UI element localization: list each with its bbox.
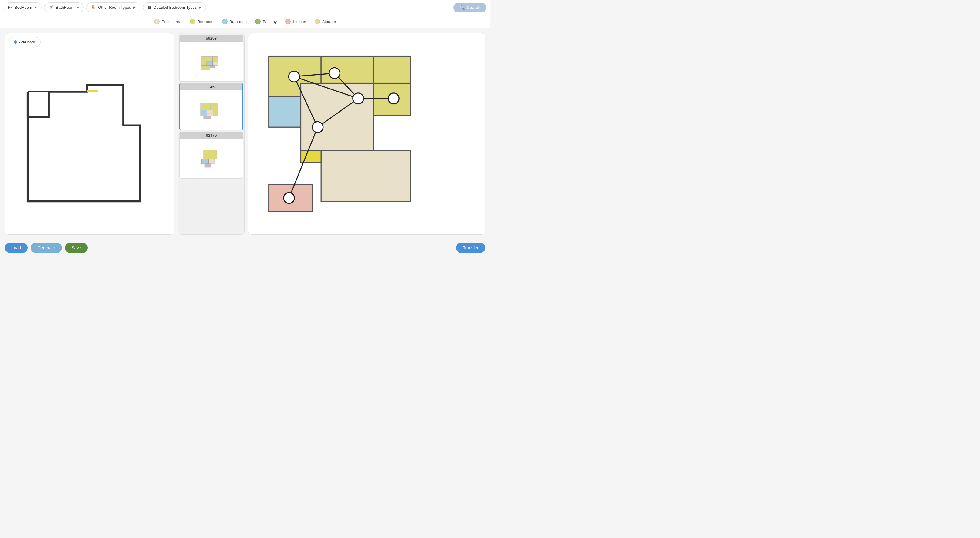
- chevron-right-icon: ▶: [35, 6, 37, 9]
- bedroom-label: BedRoom: [14, 5, 32, 10]
- kitchen-dot: [285, 19, 291, 24]
- legend-bar: Public area Bedroom Bathroom Balcony Kit…: [0, 15, 490, 28]
- room-icon: 🪑: [91, 5, 95, 10]
- svg-rect-16: [205, 164, 211, 167]
- bottom-bar: Load Generate Save Transfer: [0, 240, 490, 256]
- bedroom-dropdown[interactable]: 🛏 BedRoom ▶: [4, 2, 41, 13]
- legend-storage: Storage: [315, 19, 336, 24]
- thumbnail-list: 56293 145: [178, 33, 245, 235]
- svg-rect-5: [210, 65, 215, 68]
- bathroom-dot: [222, 19, 228, 24]
- detailed-label: Detailed Bedroom Types: [154, 5, 197, 10]
- transfer-button[interactable]: Transfer: [456, 243, 485, 253]
- thumbnail-56293-img: [180, 42, 243, 81]
- bedroom-dot: [190, 19, 196, 24]
- thumbnail-56293-label: 56293: [180, 35, 243, 42]
- legend-kitchen: Kitchen: [285, 19, 306, 24]
- main-area: ⊕ Add node 56293: [0, 28, 490, 240]
- node-4[interactable]: [388, 93, 399, 104]
- kitchen-label: Kitchen: [293, 19, 306, 24]
- svg-rect-23: [321, 151, 410, 202]
- plus-icon: ⊕: [13, 39, 17, 45]
- search-button[interactable]: 🔍 Search: [453, 3, 486, 13]
- floor-plan-svg[interactable]: [5, 33, 174, 235]
- add-node-button[interactable]: ⊕ Add node: [9, 37, 41, 47]
- svg-rect-3: [207, 61, 212, 65]
- storage-dot: [315, 19, 320, 24]
- svg-rect-8: [200, 110, 207, 116]
- chevron-right-icon: ▶: [77, 6, 79, 9]
- svg-rect-6: [200, 103, 210, 110]
- bathroom-label: BathRoom: [56, 5, 74, 10]
- node-3[interactable]: [353, 93, 364, 104]
- svg-rect-7: [211, 103, 218, 110]
- otherroom-dropdown[interactable]: 🪑 Other Room Types ▶: [86, 2, 140, 13]
- public-label: Public area: [162, 19, 181, 24]
- top-bar: 🛏 BedRoom ▶ 🚿 BathRoom ▶ 🪑 Other Room Ty…: [0, 0, 490, 15]
- svg-rect-13: [211, 150, 216, 159]
- svg-rect-18: [321, 56, 373, 83]
- svg-rect-21: [269, 97, 301, 127]
- thumbnail-62470[interactable]: 62470: [179, 132, 243, 179]
- generate-button[interactable]: Generate: [31, 243, 62, 253]
- floor-plan-notch: [28, 92, 49, 117]
- svg-rect-11: [204, 116, 211, 119]
- thumbnail-145-img: [180, 90, 242, 130]
- load-button[interactable]: Load: [5, 243, 28, 253]
- node-6[interactable]: [284, 192, 294, 203]
- node-5[interactable]: [312, 122, 323, 133]
- balcony-label: Balcony: [263, 19, 277, 24]
- add-node-label: Add node: [19, 40, 36, 44]
- save-button[interactable]: Save: [65, 243, 88, 253]
- public-dot: [154, 19, 159, 24]
- balcony-dot: [255, 19, 261, 24]
- legend-public: Public area: [154, 19, 181, 24]
- node-1[interactable]: [289, 71, 300, 82]
- legend-balcony: Balcony: [255, 19, 277, 24]
- storage-label: Storage: [322, 19, 336, 24]
- bathroom-dropdown[interactable]: 🚿 BathRoom ▶: [44, 2, 84, 13]
- svg-rect-1: [212, 56, 218, 61]
- thumbnail-145-label: 145: [180, 83, 242, 90]
- svg-rect-14: [202, 159, 209, 164]
- bathroom-legend-label: Bathroom: [230, 19, 247, 24]
- chevron-right-icon: ▶: [199, 6, 202, 9]
- svg-rect-10: [213, 110, 218, 116]
- svg-rect-2: [212, 61, 218, 65]
- graph-panel: [248, 33, 485, 235]
- bath-icon: 🚿: [49, 5, 53, 10]
- bed-icon: 🛏: [8, 5, 12, 10]
- floor-plan-panel: ⊕ Add node: [5, 33, 174, 235]
- svg-rect-12: [204, 150, 211, 159]
- legend-bedroom: Bedroom: [190, 19, 213, 24]
- thumbnail-62470-img: [180, 139, 243, 178]
- svg-rect-9: [207, 110, 213, 116]
- node-2[interactable]: [329, 68, 340, 79]
- svg-rect-4: [201, 65, 210, 70]
- legend-bathroom: Bathroom: [222, 19, 247, 24]
- thumbnail-56293[interactable]: 56293: [179, 35, 243, 82]
- thumbnail-62470-label: 62470: [180, 132, 243, 139]
- search-icon: 🔍: [459, 5, 465, 10]
- search-label: Search: [467, 5, 480, 10]
- svg-rect-15: [209, 159, 214, 164]
- detail-icon: ▦: [148, 5, 151, 10]
- thumbnail-145[interactable]: 145: [179, 83, 243, 130]
- bedroom-legend-label: Bedroom: [197, 19, 213, 24]
- chevron-right-icon: ▶: [134, 6, 136, 9]
- svg-rect-19: [374, 56, 410, 83]
- graph-svg[interactable]: [248, 33, 485, 235]
- detailed-dropdown[interactable]: ▦ Detailed Bedroom Types ▶: [143, 2, 206, 13]
- otherroom-label: Other Room Types: [98, 5, 131, 10]
